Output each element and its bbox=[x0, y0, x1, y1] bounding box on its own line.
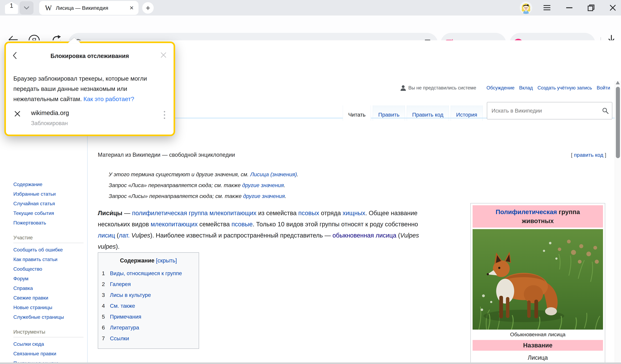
browser-toolbar: Я https://ru.wikipedia.org/wiki/Лисица •… bbox=[0, 16, 621, 40]
chevron-down-icon bbox=[24, 6, 29, 10]
text-segment: ( bbox=[396, 232, 400, 239]
link[interactable]: лисиц bbox=[98, 232, 115, 239]
sidebar-item[interactable]: Как править статьи bbox=[13, 254, 69, 264]
tracking-protection-popup: Блокировка отслеживания Браузер заблокир… bbox=[4, 42, 175, 136]
avatar-alice-illustration bbox=[520, 1, 532, 14]
link[interactable]: полифилетическая группа bbox=[132, 210, 207, 216]
toc-item[interactable]: 1 Виды, относящиеся к группе bbox=[102, 268, 195, 279]
toc-item[interactable]: 5 Примечания bbox=[102, 311, 195, 322]
sidebar-item[interactable]: Служебные страницы bbox=[13, 312, 69, 322]
toc-item-link[interactable]: Лисы в культуре bbox=[110, 290, 151, 301]
toc-item[interactable]: 4 См. также bbox=[102, 301, 195, 311]
edit-source-top-link[interactable]: [ править код ] bbox=[571, 152, 606, 158]
link[interactable]: млекопитающих bbox=[209, 210, 257, 216]
sidebar-section-tools: Инструменты bbox=[13, 329, 84, 337]
toc-item-link[interactable]: Галерея bbox=[110, 279, 131, 290]
sidebar-item[interactable]: Избранные статьи bbox=[13, 189, 69, 199]
toc-item[interactable]: 6 Литература bbox=[102, 322, 195, 333]
toc-item-link[interactable]: Примечания bbox=[110, 311, 141, 322]
personal-link[interactable]: Войти bbox=[597, 85, 610, 91]
sidebar-item[interactable]: Ссылки сюда bbox=[13, 339, 69, 349]
popup-close-button[interactable] bbox=[160, 52, 167, 58]
browser-menu-button[interactable] bbox=[541, 3, 552, 13]
toc-item-link[interactable]: См. также bbox=[110, 301, 135, 311]
link[interactable]: псовые bbox=[231, 221, 253, 228]
tab-close-icon[interactable]: ✕ bbox=[129, 5, 134, 11]
how-it-works-link[interactable]: Как это работает? bbox=[84, 96, 134, 102]
toc-item-number: 4 bbox=[102, 301, 110, 311]
toc-item[interactable]: 3 Лисы в культуре bbox=[102, 290, 195, 301]
personal-link[interactable]: Создать учётную запись bbox=[537, 85, 592, 91]
personal-link[interactable]: Вклад bbox=[519, 85, 533, 91]
infobox-row-header-name: Название bbox=[473, 340, 603, 351]
sidebar-item[interactable]: Свежие правки bbox=[13, 293, 69, 303]
tab-list-chevron-button[interactable] bbox=[19, 1, 34, 15]
link[interactable]: Лисица (значения) bbox=[250, 171, 297, 177]
close-window-button[interactable] bbox=[607, 3, 618, 13]
link[interactable]: править код bbox=[574, 152, 603, 158]
tab-title: Лисица — Википедия bbox=[56, 5, 108, 11]
toc-item-number: 6 bbox=[102, 322, 110, 333]
fox-photo[interactable] bbox=[473, 229, 603, 330]
hamburger-menu-icon bbox=[544, 5, 550, 10]
text-segment: Vulpes bbox=[131, 232, 150, 239]
view-tab[interactable]: Править bbox=[373, 105, 405, 121]
toc-item-link[interactable]: Литература bbox=[110, 322, 139, 333]
scrollbar-thumb[interactable] bbox=[616, 87, 620, 158]
sidebar-item[interactable]: Сообщество bbox=[13, 264, 69, 274]
sidebar-item[interactable]: Справка bbox=[13, 283, 69, 293]
view-tab[interactable]: История bbox=[451, 105, 483, 121]
link[interactable]: лат. bbox=[119, 232, 130, 239]
link[interactable]: псовых bbox=[298, 210, 319, 216]
link[interactable]: Полифилетическая bbox=[496, 208, 557, 216]
table-of-contents: Содержание [скрыть] 1 Виды, относящиеся … bbox=[98, 252, 199, 349]
view-tab[interactable]: Править код bbox=[407, 105, 449, 121]
blocked-site-menu-button[interactable] bbox=[164, 111, 165, 119]
sidebar-item[interactable]: Содержание bbox=[13, 179, 69, 189]
sidebar-item[interactable]: Связанные правки bbox=[13, 349, 69, 358]
blocked-site-x-icon[interactable] bbox=[14, 111, 20, 117]
tab-read[interactable]: Читать bbox=[343, 105, 371, 121]
search-icon[interactable] bbox=[602, 108, 609, 114]
tab-counter-button[interactable]: 1 bbox=[4, 1, 19, 15]
browser-tab[interactable]: W Лисица — Википедия ✕ bbox=[39, 1, 138, 15]
text-segment: . bbox=[285, 193, 286, 199]
toc-item-link[interactable]: Ссылки bbox=[110, 333, 129, 344]
link[interactable]: хищных bbox=[343, 210, 365, 216]
new-tab-button[interactable]: + bbox=[142, 2, 154, 14]
close-icon bbox=[610, 5, 616, 11]
text-segment: . bbox=[297, 171, 298, 177]
wiki-search-box[interactable] bbox=[487, 102, 612, 119]
text-segment: группа bbox=[557, 208, 580, 216]
link[interactable]: млекопитающих bbox=[151, 221, 198, 228]
sidebar-item[interactable]: Текущие события bbox=[13, 208, 69, 218]
scrollbar-up-arrow[interactable] bbox=[616, 81, 620, 84]
sidebar-item[interactable]: Форум bbox=[13, 274, 69, 283]
text-segment: Лиси́цы bbox=[98, 210, 122, 216]
link[interactable]: обыкновенная лисица bbox=[332, 232, 396, 239]
sidebar-item[interactable]: Новые страницы bbox=[13, 303, 69, 312]
link[interactable]: другие значения bbox=[243, 193, 285, 199]
sidebar-item[interactable]: Пожертвовать bbox=[13, 218, 69, 228]
sidebar-navigation: СодержаниеИзбранные статьиСлучайная стат… bbox=[13, 179, 84, 364]
text-segment: . Только 10 видов этой группы относят к … bbox=[253, 221, 418, 228]
profile-avatar[interactable] bbox=[520, 1, 532, 14]
toc-item-number: 3 bbox=[102, 290, 110, 301]
toc-item-link[interactable]: Виды, относящиеся к группе bbox=[110, 268, 182, 279]
link[interactable]: другие значения bbox=[242, 182, 284, 188]
minimize-icon bbox=[566, 7, 572, 8]
minimize-button[interactable] bbox=[564, 3, 575, 13]
maximize-button[interactable] bbox=[586, 3, 596, 13]
personal-link[interactable]: Обсуждение bbox=[486, 85, 515, 91]
text-segment: семейства bbox=[198, 221, 231, 228]
toc-item[interactable]: 2 Галерея bbox=[102, 279, 195, 290]
search-input[interactable] bbox=[491, 108, 602, 114]
infobox-title: Полифилетическая группа животных bbox=[473, 205, 603, 228]
toc-hide-toggle[interactable]: [скрыть] bbox=[156, 257, 177, 264]
sidebar-item[interactable]: Сообщить об ошибке bbox=[13, 245, 69, 254]
toc-item[interactable]: 7 Ссылки bbox=[102, 333, 195, 344]
sidebar-item[interactable]: Случайная статья bbox=[13, 199, 69, 208]
infobox-image-caption: Обыкновенная лисица bbox=[473, 330, 603, 340]
toc-title: Содержание bbox=[120, 257, 155, 264]
wikipedia-favicon: W bbox=[45, 4, 52, 12]
